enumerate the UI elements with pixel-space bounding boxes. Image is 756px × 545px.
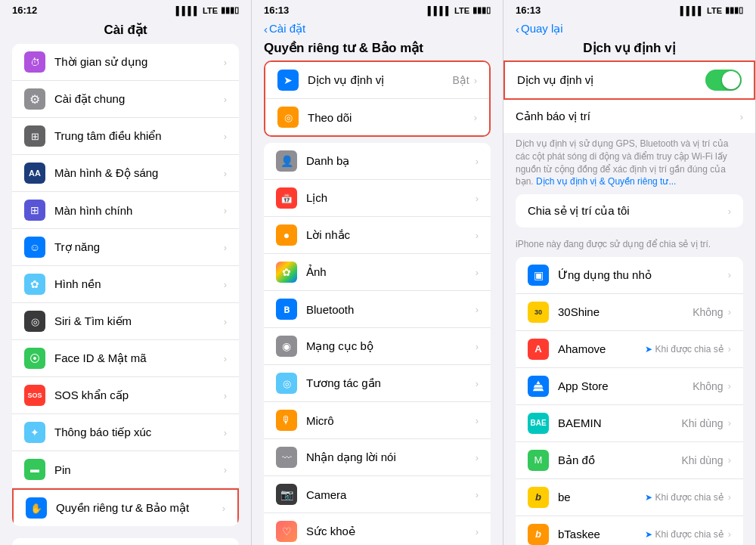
section-apps-2: 👤 Danh bạ › 📅 Lịch › ● Lời nhắc › — [264, 143, 491, 545]
network-type-1: LTE — [203, 6, 218, 15]
settings-list-1[interactable]: ⏱ Thời gian sử dụng › ⚙ Cài đặt chung › … — [0, 44, 251, 545]
list-item-general[interactable]: ⚙ Cài đặt chung › — [12, 81, 239, 118]
chevron-icon: › — [728, 491, 731, 503]
display-label: Màn hình & Độ sáng — [54, 166, 224, 180]
contacts-icon: 👤 — [276, 150, 297, 172]
location-value: Bật — [452, 74, 469, 86]
list-item-control[interactable]: ⊞ Trung tâm điều khiển › — [12, 118, 239, 155]
exposure-label: Thông báo tiếp xúc — [54, 426, 224, 439]
list-item-location-warning[interactable]: Cảnh báo vị trí › — [503, 100, 755, 133]
display-icon: AA — [24, 163, 45, 184]
panel-privacy: 16:13 ▌▌▌▌ LTE ▮▮▮▯ ‹ Cài đặt Quyền riên… — [252, 0, 503, 545]
list-item-homescreen[interactable]: ⊞ Màn hình chính › — [12, 192, 239, 229]
list-item-faceid[interactable]: ⦿ Face ID & Mật mã › — [12, 340, 239, 377]
speech-label: Nhận dạng lời nói — [306, 451, 476, 464]
list-item-reminders[interactable]: ● Lời nhắc › — [264, 217, 491, 254]
privacy-label: Quyền riêng tư & Bảo mật — [56, 501, 222, 515]
chevron-icon: › — [224, 131, 227, 142]
screen-time-icon: ⏱ — [24, 51, 45, 73]
list-item-location[interactable]: ➤ Dịch vụ định vị Bật › — [265, 62, 489, 99]
list-item-localnetwork[interactable]: ◉ Mạng cục bộ › — [264, 328, 491, 365]
battery-icon-3: ▮▮▮▯ — [725, 5, 743, 15]
status-icons-2: ▌▌▌▌ LTE ▮▮▮▯ — [428, 5, 491, 15]
list-item-30shine[interactable]: 30 30Shine Không › — [516, 294, 743, 331]
btaskee-icon: b — [528, 524, 549, 545]
contacts-label: Danh bạ — [306, 154, 476, 168]
nearby-label: Tương tác gần — [306, 376, 476, 390]
chevron-icon: › — [476, 489, 479, 500]
chevron-icon: › — [728, 380, 731, 392]
list-item-siri[interactable]: ◎ Siri & Tìm kiếm › — [12, 303, 239, 340]
list-item-display[interactable]: AA Màn hình & Độ sáng › — [12, 155, 239, 192]
settings-list-3[interactable]: Dịch vụ định vị Cảnh báo vị trí › Dịch v… — [503, 60, 755, 545]
signal-icon-1: ▌▌▌▌ — [176, 6, 200, 15]
chevron-icon: › — [476, 526, 479, 537]
back-btn-2[interactable]: ‹ Cài đặt — [264, 22, 305, 36]
chevron-icon: › — [476, 341, 479, 352]
list-item-location-toggle[interactable]: Dịch vụ định vị — [505, 62, 754, 98]
list-item-btaskee[interactable]: b bTaskee ➤ Khi được chia sẻ › — [516, 516, 743, 545]
chevron-icon: › — [474, 112, 477, 123]
baemin-label: BAEMIN — [558, 416, 681, 429]
list-item-speech[interactable]: 〰 Nhận dạng lời nói › — [264, 439, 491, 476]
list-item-camera[interactable]: 📷 Camera › — [264, 476, 491, 513]
list-item-share-location[interactable]: Chia sẻ vị trí của tôi › — [516, 194, 743, 228]
list-item-contacts[interactable]: 👤 Danh bạ › — [264, 143, 491, 180]
list-item-screen-time[interactable]: ⏱ Thời gian sử dụng › — [12, 44, 239, 81]
list-item-exposure[interactable]: ✦ Thông báo tiếp xúc › — [12, 414, 239, 451]
list-item-battery[interactable]: ▬ Pin › — [12, 451, 239, 488]
list-item-ahamove[interactable]: A Ahamove ➤ Khi được chia sẻ › — [516, 331, 743, 368]
app-list-section: ▣ Ứng dụng thu nhỏ › 30 30Shine Không › … — [516, 257, 743, 545]
list-item-bluetooth[interactable]: ʙ Bluetooth › — [264, 291, 491, 328]
time-1: 16:12 — [12, 5, 37, 16]
list-item-be[interactable]: b be ➤ Khi được chia sẻ › — [516, 479, 743, 516]
list-item-tracking[interactable]: ◎ Theo dõi › — [265, 99, 489, 135]
chevron-icon: › — [224, 279, 227, 290]
list-item-privacy[interactable]: ✋ Quyền riêng tư & Bảo mật › — [12, 488, 239, 526]
list-item-appstore-location[interactable]: App Store Không › — [516, 368, 743, 405]
list-item-accessibility[interactable]: ☺ Trợ năng › — [12, 229, 239, 266]
nav-3: ‹ Quay lại — [503, 19, 755, 40]
microphone-icon: 🎙 — [276, 410, 297, 431]
chevron-icon: › — [224, 353, 227, 364]
reminders-icon: ● — [276, 225, 297, 246]
signal-icon-2: ▌▌▌▌ — [428, 6, 451, 15]
siri-icon: ◎ — [24, 311, 45, 332]
list-item-health[interactable]: ♡ Sức khoẻ › — [264, 513, 491, 545]
sos-label: SOS khẩn cấp — [54, 389, 224, 402]
list-item-wallpaper[interactable]: ✿ Hình nền › — [12, 266, 239, 303]
bandodo-value: Khi dùng — [681, 454, 723, 466]
accessibility-label: Trợ năng — [54, 240, 224, 254]
chevron-icon: › — [728, 206, 731, 217]
photos-label: Ảnh — [306, 265, 476, 279]
list-item-sos[interactable]: SOS SOS khẩn cấp › — [12, 377, 239, 414]
list-item-calendar[interactable]: 📅 Lịch › — [264, 180, 491, 217]
privacy-link[interactable]: Dịch vụ định vị & Quyền riêng tư... — [536, 176, 676, 187]
settings-list-2[interactable]: ➤ Dịch vụ định vị Bật › ◎ Theo dõi › 👤 — [252, 60, 503, 545]
list-item-baemin[interactable]: BAE BAEMIN Khi dùng › — [516, 405, 743, 442]
chevron-icon: › — [476, 156, 479, 167]
chevron-icon: › — [474, 75, 477, 86]
toggle-thumb — [722, 71, 740, 89]
list-item-nearby[interactable]: ◎ Tương tác gần › — [264, 365, 491, 402]
list-item-widget[interactable]: ▣ Ứng dụng thu nhỏ › — [516, 257, 743, 294]
list-item-appstore[interactable]: App Store › — [12, 538, 239, 545]
list-item-bandodo[interactable]: M Bản đồ Khi dùng › — [516, 442, 743, 479]
chevron-icon: › — [476, 452, 479, 463]
back-btn-3[interactable]: ‹ Quay lại — [516, 22, 563, 36]
time-2: 16:13 — [264, 5, 289, 16]
battery-icon: ▬ — [24, 459, 45, 480]
localnetwork-label: Mạng cục bộ — [306, 339, 476, 353]
exposure-icon: ✦ — [24, 422, 45, 443]
widget-icon: ▣ — [528, 265, 549, 286]
location-toggle[interactable] — [705, 70, 742, 91]
general-label: Cài đặt chung — [54, 92, 224, 106]
be-icon: b — [528, 487, 549, 508]
battery-label: Pin — [54, 463, 224, 476]
list-item-photos[interactable]: ✿ Ảnh › — [264, 254, 491, 291]
siri-label: Siri & Tìm kiếm — [54, 314, 224, 328]
list-item-microphone[interactable]: 🎙 Micrô › — [264, 402, 491, 439]
screen-title-1: Cài đặt — [12, 22, 239, 38]
health-label: Sức khoẻ — [306, 525, 476, 538]
appstore-loc-value: Không — [692, 380, 723, 392]
